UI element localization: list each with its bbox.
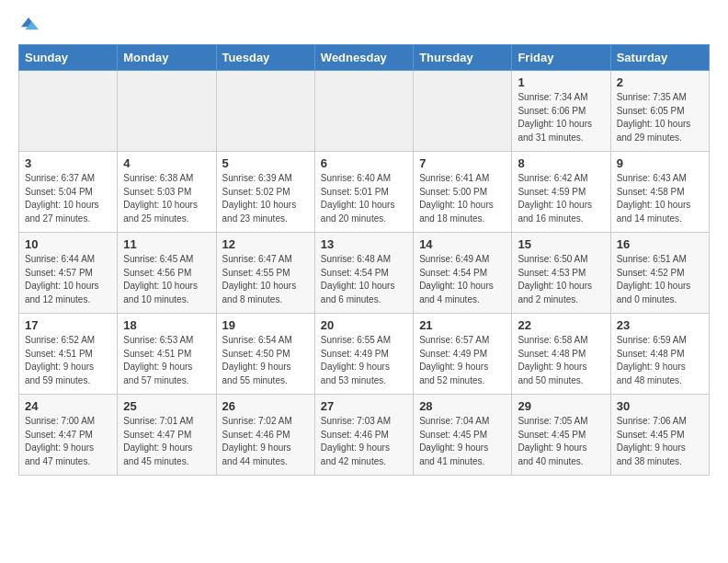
- header-day-friday: Friday: [512, 45, 610, 71]
- day-number: 4: [123, 156, 210, 170]
- calendar-cell: [19, 71, 118, 152]
- day-number: 17: [25, 318, 111, 332]
- calendar-cell: 20Sunrise: 6:55 AM Sunset: 4:49 PM Dayli…: [314, 314, 413, 395]
- day-info: Sunrise: 6:40 AM Sunset: 5:01 PM Dayligh…: [321, 172, 407, 225]
- day-info: Sunrise: 7:01 AM Sunset: 4:47 PM Dayligh…: [123, 415, 210, 468]
- day-info: Sunrise: 7:02 AM Sunset: 4:46 PM Dayligh…: [222, 415, 309, 468]
- header-day-saturday: Saturday: [610, 45, 709, 71]
- calendar-header-row: SundayMondayTuesdayWednesdayThursdayFrid…: [19, 45, 710, 71]
- day-info: Sunrise: 6:45 AM Sunset: 4:56 PM Dayligh…: [123, 253, 210, 306]
- calendar-cell: 2Sunrise: 7:35 AM Sunset: 6:05 PM Daylig…: [610, 71, 709, 152]
- calendar-cell: [118, 71, 216, 152]
- day-number: 11: [123, 237, 210, 251]
- calendar-cell: 15Sunrise: 6:50 AM Sunset: 4:53 PM Dayli…: [512, 233, 610, 314]
- calendar-cell: 19Sunrise: 6:54 AM Sunset: 4:50 PM Dayli…: [216, 314, 314, 395]
- day-number: 12: [222, 237, 309, 251]
- day-number: 30: [617, 399, 703, 413]
- day-info: Sunrise: 6:57 AM Sunset: 4:49 PM Dayligh…: [419, 334, 506, 387]
- calendar-cell: 28Sunrise: 7:04 AM Sunset: 4:45 PM Dayli…: [414, 395, 512, 476]
- day-number: 6: [321, 156, 407, 170]
- day-number: 28: [419, 399, 506, 413]
- day-info: Sunrise: 7:03 AM Sunset: 4:46 PM Dayligh…: [321, 415, 407, 468]
- day-info: Sunrise: 6:49 AM Sunset: 4:54 PM Dayligh…: [419, 253, 506, 306]
- day-info: Sunrise: 7:05 AM Sunset: 4:45 PM Dayligh…: [518, 415, 604, 468]
- calendar-cell: 16Sunrise: 6:51 AM Sunset: 4:52 PM Dayli…: [610, 233, 709, 314]
- day-number: 13: [321, 237, 407, 251]
- header-day-wednesday: Wednesday: [314, 45, 413, 71]
- day-number: 18: [123, 318, 210, 332]
- calendar-cell: 13Sunrise: 6:48 AM Sunset: 4:54 PM Dayli…: [314, 233, 413, 314]
- calendar-cell: 30Sunrise: 7:06 AM Sunset: 4:45 PM Dayli…: [610, 395, 709, 476]
- day-number: 2: [617, 75, 703, 89]
- day-number: 29: [518, 399, 604, 413]
- day-info: Sunrise: 6:47 AM Sunset: 4:55 PM Dayligh…: [222, 253, 309, 306]
- calendar-cell: 8Sunrise: 6:42 AM Sunset: 4:59 PM Daylig…: [512, 152, 610, 233]
- header-day-thursday: Thursday: [414, 45, 512, 71]
- day-info: Sunrise: 6:55 AM Sunset: 4:49 PM Dayligh…: [321, 334, 407, 387]
- day-info: Sunrise: 6:59 AM Sunset: 4:48 PM Dayligh…: [617, 334, 703, 387]
- day-info: Sunrise: 6:39 AM Sunset: 5:02 PM Dayligh…: [222, 172, 309, 225]
- logo-icon: [18, 15, 39, 35]
- calendar-week-3: 10Sunrise: 6:44 AM Sunset: 4:57 PM Dayli…: [19, 233, 710, 314]
- day-number: 22: [518, 318, 604, 332]
- day-number: 8: [518, 156, 604, 170]
- calendar-cell: 18Sunrise: 6:53 AM Sunset: 4:51 PM Dayli…: [118, 314, 216, 395]
- day-number: 24: [25, 399, 111, 413]
- day-info: Sunrise: 6:53 AM Sunset: 4:51 PM Dayligh…: [123, 334, 210, 387]
- calendar-cell: [216, 71, 314, 152]
- day-info: Sunrise: 7:06 AM Sunset: 4:45 PM Dayligh…: [617, 415, 703, 468]
- day-number: 7: [419, 156, 506, 170]
- day-number: 26: [222, 399, 309, 413]
- day-number: 21: [419, 318, 506, 332]
- day-number: 1: [518, 75, 604, 89]
- day-number: 23: [617, 318, 703, 332]
- day-info: Sunrise: 6:52 AM Sunset: 4:51 PM Dayligh…: [25, 334, 111, 387]
- day-info: Sunrise: 6:44 AM Sunset: 4:57 PM Dayligh…: [25, 253, 111, 306]
- calendar-week-1: 1Sunrise: 7:34 AM Sunset: 6:06 PM Daylig…: [19, 71, 710, 152]
- header: [18, 15, 710, 35]
- day-info: Sunrise: 6:54 AM Sunset: 4:50 PM Dayligh…: [222, 334, 309, 387]
- calendar-cell: 26Sunrise: 7:02 AM Sunset: 4:46 PM Dayli…: [216, 395, 314, 476]
- calendar-table: SundayMondayTuesdayWednesdayThursdayFrid…: [18, 44, 710, 476]
- calendar-cell: 11Sunrise: 6:45 AM Sunset: 4:56 PM Dayli…: [118, 233, 216, 314]
- header-day-monday: Monday: [118, 45, 216, 71]
- calendar-cell: 21Sunrise: 6:57 AM Sunset: 4:49 PM Dayli…: [414, 314, 512, 395]
- calendar-cell: 27Sunrise: 7:03 AM Sunset: 4:46 PM Dayli…: [314, 395, 413, 476]
- calendar-cell: 10Sunrise: 6:44 AM Sunset: 4:57 PM Dayli…: [19, 233, 118, 314]
- calendar-cell: 23Sunrise: 6:59 AM Sunset: 4:48 PM Dayli…: [610, 314, 709, 395]
- calendar-cell: 22Sunrise: 6:58 AM Sunset: 4:48 PM Dayli…: [512, 314, 610, 395]
- day-info: Sunrise: 6:37 AM Sunset: 5:04 PM Dayligh…: [25, 172, 111, 225]
- day-info: Sunrise: 6:43 AM Sunset: 4:58 PM Dayligh…: [617, 172, 703, 225]
- day-info: Sunrise: 7:34 AM Sunset: 6:06 PM Dayligh…: [518, 91, 604, 144]
- calendar-cell: [414, 71, 512, 152]
- header-day-tuesday: Tuesday: [216, 45, 314, 71]
- day-number: 5: [222, 156, 309, 170]
- calendar-week-4: 17Sunrise: 6:52 AM Sunset: 4:51 PM Dayli…: [19, 314, 710, 395]
- day-number: 14: [419, 237, 506, 251]
- day-number: 9: [617, 156, 703, 170]
- day-info: Sunrise: 6:41 AM Sunset: 5:00 PM Dayligh…: [419, 172, 506, 225]
- day-number: 3: [25, 156, 111, 170]
- calendar-cell: 5Sunrise: 6:39 AM Sunset: 5:02 PM Daylig…: [216, 152, 314, 233]
- calendar-week-2: 3Sunrise: 6:37 AM Sunset: 5:04 PM Daylig…: [19, 152, 710, 233]
- calendar-cell: 7Sunrise: 6:41 AM Sunset: 5:00 PM Daylig…: [414, 152, 512, 233]
- day-info: Sunrise: 7:35 AM Sunset: 6:05 PM Dayligh…: [617, 91, 703, 144]
- day-info: Sunrise: 6:38 AM Sunset: 5:03 PM Dayligh…: [123, 172, 210, 225]
- calendar-cell: 4Sunrise: 6:38 AM Sunset: 5:03 PM Daylig…: [118, 152, 216, 233]
- day-number: 19: [222, 318, 309, 332]
- calendar-cell: 25Sunrise: 7:01 AM Sunset: 4:47 PM Dayli…: [118, 395, 216, 476]
- day-number: 10: [25, 237, 111, 251]
- calendar-cell: 1Sunrise: 7:34 AM Sunset: 6:06 PM Daylig…: [512, 71, 610, 152]
- day-info: Sunrise: 7:04 AM Sunset: 4:45 PM Dayligh…: [419, 415, 506, 468]
- logo: [18, 15, 42, 35]
- day-number: 15: [518, 237, 604, 251]
- calendar-cell: 12Sunrise: 6:47 AM Sunset: 4:55 PM Dayli…: [216, 233, 314, 314]
- calendar-cell: [314, 71, 413, 152]
- calendar-cell: 24Sunrise: 7:00 AM Sunset: 4:47 PM Dayli…: [19, 395, 118, 476]
- day-info: Sunrise: 6:42 AM Sunset: 4:59 PM Dayligh…: [518, 172, 604, 225]
- day-info: Sunrise: 7:00 AM Sunset: 4:47 PM Dayligh…: [25, 415, 111, 468]
- calendar-cell: 6Sunrise: 6:40 AM Sunset: 5:01 PM Daylig…: [314, 152, 413, 233]
- calendar-cell: 29Sunrise: 7:05 AM Sunset: 4:45 PM Dayli…: [512, 395, 610, 476]
- day-number: 27: [321, 399, 407, 413]
- day-number: 20: [321, 318, 407, 332]
